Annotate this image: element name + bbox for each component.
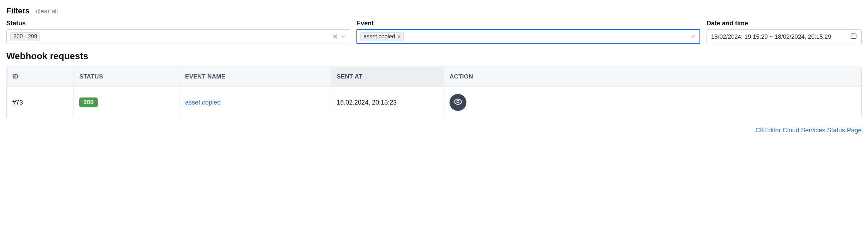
svg-point-4: [457, 100, 459, 103]
input-cursor: [406, 33, 406, 40]
svg-rect-0: [851, 34, 856, 38]
date-range-value: 18/02/2024, 19:15:29 ~ 18/02/2024, 20:15…: [711, 33, 831, 40]
view-button[interactable]: [450, 94, 466, 111]
filter-event: Event asset.copied ✕: [356, 20, 700, 44]
cell-sent-at: 18.02.2024, 20:15:23: [331, 87, 444, 118]
event-tag: asset.copied ✕: [360, 32, 404, 41]
date-label: Date and time: [707, 20, 862, 27]
status-label: Status: [6, 20, 350, 27]
cell-event: asset.copied: [179, 87, 331, 118]
event-select[interactable]: asset.copied ✕: [356, 29, 700, 44]
sort-down-icon: ↓: [365, 73, 368, 80]
status-select[interactable]: 200 - 299 ✕: [6, 29, 350, 44]
status-tag-label: 200 - 299: [13, 33, 37, 40]
webhook-table: ID STATUS EVENT NAME SENT AT ↓ ACTION #7…: [6, 67, 862, 118]
filter-row: Status 200 - 299 ✕ Event asset.copied ✕: [6, 20, 862, 44]
chevron-down-icon[interactable]: [690, 33, 696, 40]
filter-status: Status 200 - 299 ✕: [6, 20, 350, 44]
cell-status: 200: [74, 87, 179, 118]
col-event[interactable]: EVENT NAME: [179, 67, 331, 87]
calendar-icon[interactable]: [850, 32, 857, 41]
status-page-link[interactable]: CKEditor Cloud Services Status Page: [756, 127, 862, 134]
event-tag-label: asset.copied: [363, 33, 395, 40]
col-status[interactable]: STATUS: [74, 67, 179, 87]
col-action[interactable]: ACTION: [444, 67, 861, 87]
col-sent-at-label: SENT AT: [337, 73, 362, 80]
col-sent-at[interactable]: SENT AT ↓: [331, 67, 444, 87]
webhook-requests-title: Webhook requests: [6, 51, 862, 62]
clear-all-button[interactable]: clear all: [36, 8, 58, 15]
cell-id: #73: [7, 87, 74, 118]
status-badge: 200: [79, 98, 98, 107]
table-row: #73 200 asset.copied 18.02.2024, 20:15:2…: [7, 87, 861, 118]
filters-title: Filters: [6, 6, 30, 15]
status-clear-icon[interactable]: ✕: [332, 33, 338, 40]
cell-action: [444, 87, 861, 118]
status-tag: 200 - 299: [10, 32, 40, 41]
eye-icon: [453, 97, 463, 108]
date-range-input[interactable]: 18/02/2024, 19:15:29 ~ 18/02/2024, 20:15…: [707, 29, 862, 44]
event-tag-remove-icon[interactable]: ✕: [397, 34, 401, 39]
event-link[interactable]: asset.copied: [185, 99, 221, 106]
table-header: ID STATUS EVENT NAME SENT AT ↓ ACTION: [7, 67, 861, 87]
col-id[interactable]: ID: [7, 67, 74, 87]
event-label: Event: [356, 20, 700, 27]
chevron-down-icon[interactable]: [340, 33, 346, 40]
filter-date: Date and time 18/02/2024, 19:15:29 ~ 18/…: [707, 20, 862, 44]
footer: CKEditor Cloud Services Status Page: [6, 127, 862, 134]
